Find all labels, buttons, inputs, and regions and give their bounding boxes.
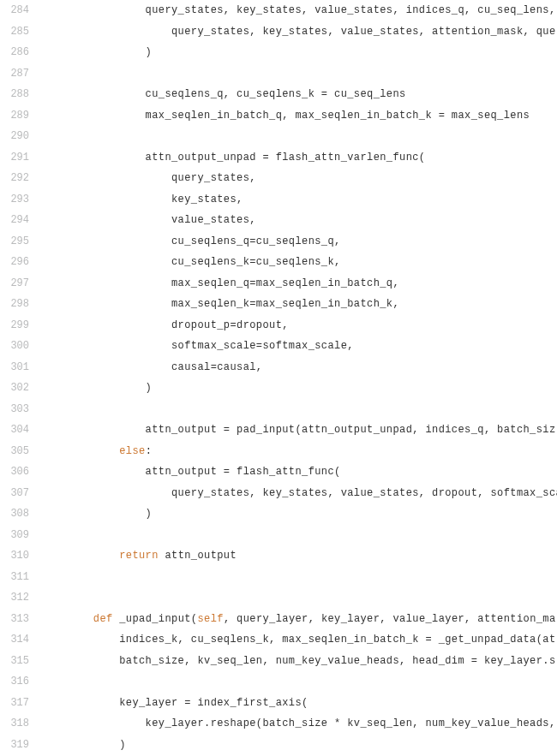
line-number: 313	[0, 609, 29, 630]
line-number: 295	[0, 231, 29, 253]
code-content-area[interactable]: query_states, key_states, value_states, …	[38, 0, 557, 756]
line-number: 303	[0, 399, 29, 420]
code-editor[interactable]: 2842852862872882892902912922932942952962…	[0, 0, 557, 756]
code-line[interactable]	[41, 126, 557, 147]
line-number: 297	[0, 273, 29, 295]
code-line[interactable]: attn_output = pad_input(attn_output_unpa…	[41, 420, 557, 441]
code-line[interactable]	[41, 525, 557, 546]
code-line[interactable]: batch_size, kv_seq_len, num_key_value_he…	[41, 651, 557, 672]
line-number: 301	[0, 357, 29, 378]
code-line[interactable]: max_seqlen_in_batch_q, max_seqlen_in_bat…	[41, 105, 557, 127]
line-number: 304	[0, 420, 29, 441]
line-number: 305	[0, 441, 29, 462]
line-number: 316	[0, 671, 29, 693]
code-line[interactable]	[41, 587, 557, 609]
line-number: 285	[0, 21, 29, 43]
line-number: 307	[0, 483, 29, 504]
line-number: 299	[0, 315, 29, 336]
code-line[interactable]	[41, 567, 557, 588]
line-number: 315	[0, 651, 29, 672]
code-line[interactable]: def _upad_input(self, query_layer, key_l…	[41, 609, 557, 630]
code-line[interactable]: )	[41, 503, 557, 525]
line-number: 317	[0, 693, 29, 714]
code-line[interactable]: value_states,	[41, 210, 557, 231]
code-line[interactable]: cu_seqlens_q=cu_seqlens_q,	[41, 231, 557, 253]
line-number: 302	[0, 378, 29, 399]
code-line[interactable]: softmax_scale=softmax_scale,	[41, 336, 557, 357]
line-number: 287	[0, 63, 29, 85]
code-line[interactable]	[41, 399, 557, 420]
line-number: 293	[0, 189, 29, 211]
code-line[interactable]: attn_output_unpad = flash_attn_varlen_fu…	[41, 147, 557, 169]
line-number: 286	[0, 42, 29, 63]
line-number: 284	[0, 0, 29, 21]
code-line[interactable]: return attn_output	[41, 545, 557, 567]
code-line[interactable]: query_states, key_states, value_states, …	[41, 21, 557, 43]
line-number: 288	[0, 84, 29, 105]
line-number: 311	[0, 567, 29, 588]
code-line[interactable]: key_layer = index_first_axis(	[41, 693, 557, 714]
code-line[interactable]: else:	[41, 441, 557, 462]
code-line[interactable]: key_layer.reshape(batch_size * kv_seq_le…	[41, 713, 557, 735]
line-number: 309	[0, 525, 29, 546]
code-line[interactable]: dropout_p=dropout,	[41, 315, 557, 336]
line-number: 312	[0, 587, 29, 609]
line-number: 294	[0, 210, 29, 231]
code-line[interactable]: query_states, key_states, value_states, …	[41, 483, 557, 504]
code-line[interactable]: causal=causal,	[41, 357, 557, 378]
code-line[interactable]: )	[41, 42, 557, 63]
code-line[interactable]: cu_seqlens_q, cu_seqlens_k = cu_seq_lens	[41, 84, 557, 105]
code-line[interactable]: )	[41, 735, 557, 756]
line-number: 319	[0, 735, 29, 756]
code-line[interactable]: key_states,	[41, 189, 557, 211]
code-line[interactable]: attn_output = flash_attn_func(	[41, 461, 557, 483]
code-line[interactable]: query_states,	[41, 168, 557, 189]
code-line[interactable]: query_states, key_states, value_states, …	[41, 0, 557, 21]
code-line[interactable]: max_seqlen_q=max_seqlen_in_batch_q,	[41, 273, 557, 295]
line-number: 291	[0, 147, 29, 169]
line-number: 292	[0, 168, 29, 189]
line-number-gutter: 2842852862872882892902912922932942952962…	[0, 0, 38, 756]
line-number: 296	[0, 252, 29, 273]
line-number: 314	[0, 629, 29, 651]
line-number: 308	[0, 503, 29, 525]
line-number: 306	[0, 461, 29, 483]
line-number: 298	[0, 294, 29, 315]
code-line[interactable]: )	[41, 378, 557, 399]
code-line[interactable]: indices_k, cu_seqlens_k, max_seqlen_in_b…	[41, 629, 557, 651]
code-line[interactable]	[41, 671, 557, 693]
line-number: 290	[0, 126, 29, 147]
line-number: 310	[0, 545, 29, 567]
line-number: 300	[0, 336, 29, 357]
line-number: 318	[0, 713, 29, 735]
code-line[interactable]: max_seqlen_k=max_seqlen_in_batch_k,	[41, 294, 557, 315]
line-number: 289	[0, 105, 29, 127]
code-line[interactable]	[41, 63, 557, 85]
code-line[interactable]: cu_seqlens_k=cu_seqlens_k,	[41, 252, 557, 273]
